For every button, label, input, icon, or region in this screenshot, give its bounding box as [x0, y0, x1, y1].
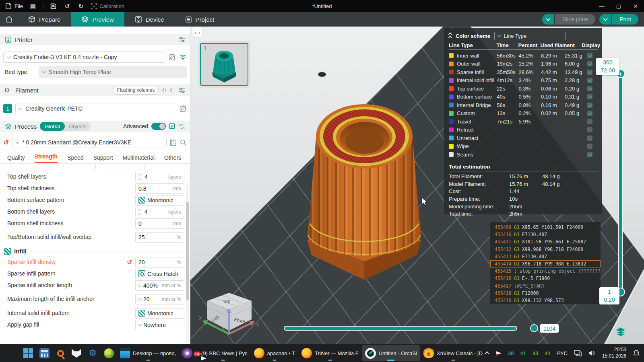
gcode-line[interactable]: 455415; stop printing object ?????????? …	[490, 267, 601, 275]
tab-project[interactable]: Project	[175, 12, 225, 27]
slice-dropdown-icon[interactable]	[542, 14, 554, 25]
tab-others[interactable]: Others	[164, 154, 181, 163]
bottom-shell-layers-input[interactable]: 4 layers	[135, 207, 184, 217]
tab-device[interactable]: Device	[124, 12, 175, 27]
display-checkbox[interactable]	[587, 144, 592, 149]
internal-solid-pattern-select[interactable]: Monotonic	[135, 308, 184, 319]
printer-preset-select[interactable]: Creality Ender-3 V3 KE 0.4 nozzle - Copy	[3, 51, 165, 63]
bed-type-select[interactable]: Smooth High Temp Plate	[39, 66, 187, 78]
redo-icon[interactable]: ↻	[77, 2, 85, 10]
tab-quality[interactable]: Quality	[7, 154, 25, 163]
home-button[interactable]	[0, 12, 18, 27]
save-preset-icon[interactable]	[170, 139, 177, 146]
sparse-infill-pattern-select[interactable]: Cross Hatch	[135, 269, 184, 279]
reset-param-icon[interactable]: ↺	[127, 259, 132, 266]
move-slider-handle[interactable]	[530, 324, 538, 332]
display-checkbox[interactable]	[587, 136, 592, 141]
tab-strength[interactable]: Strength	[35, 153, 58, 163]
display-checkbox[interactable]	[587, 61, 592, 66]
process-preset-select[interactable]: * 0.20mm Standard @Creality Ender3V3KE	[12, 137, 167, 148]
gear-app-icon[interactable]: ⚙	[85, 345, 101, 361]
display-checkbox[interactable]	[587, 152, 592, 157]
printed-model[interactable]	[306, 100, 429, 285]
clock[interactable]: 20:53 15.01.2026	[602, 347, 626, 359]
remove-filament-icon[interactable]: ⦅−	[170, 87, 175, 93]
language-indicator[interactable]: РУС	[557, 350, 568, 356]
move-slider[interactable]	[284, 326, 517, 331]
gcode-line[interactable]: 455419G1X98.132 Y98.573	[490, 297, 601, 304]
stepper-icon[interactable]	[138, 209, 142, 215]
bottom-shell-thickness-input[interactable]: 0 mm	[135, 218, 184, 229]
taskbar-window-orcaslicer[interactable]: Untitled - OrcaSl	[362, 345, 420, 361]
tab-speed[interactable]: Speed	[67, 154, 83, 163]
navigation-cube[interactable]: Top Left Front z y x	[198, 289, 262, 341]
network-icon[interactable]	[574, 350, 582, 356]
advanced-toggle[interactable]	[151, 123, 166, 130]
volume-icon[interactable]	[588, 350, 596, 356]
top-shell-layers-input[interactable]: 4 layers	[135, 172, 184, 182]
filament-preset-select[interactable]: Creality Generic PETG	[15, 103, 176, 114]
gcode-line[interactable]: 455418G1F12000	[490, 290, 601, 297]
display-checkbox[interactable]	[587, 86, 592, 91]
scope-objects[interactable]: Objects	[65, 123, 91, 130]
taskbar-window-apachan[interactable]: apachan • Т	[251, 345, 299, 361]
minimize-button[interactable]: —	[593, 0, 610, 12]
collapse-legend-icon[interactable]	[449, 33, 452, 39]
gcode-line[interactable]: 455409G1X95.65 Y101.591 F24000	[490, 224, 601, 231]
taskbar-window-bbc[interactable]: 24 (9) BBC News | Рус	[195, 345, 250, 361]
tab-multimaterial[interactable]: Multimaterial	[123, 154, 155, 163]
sparse-infill-density-input[interactable]: 20 %	[135, 257, 184, 267]
layer-slider[interactable]	[618, 71, 623, 295]
params-scrollbar[interactable]	[186, 182, 189, 342]
green-app-icon[interactable]	[101, 345, 117, 361]
top-shell-thickness-input[interactable]: 0.8 mm	[135, 183, 184, 194]
tab-preview[interactable]: Preview	[71, 12, 124, 27]
search-icon[interactable]	[180, 139, 187, 146]
edit-filament-icon[interactable]	[180, 105, 187, 112]
add-filament-icon[interactable]: ⦅+	[162, 87, 167, 93]
menu-icon[interactable]: ▤	[29, 2, 37, 10]
save-icon[interactable]	[50, 2, 57, 10]
tab-prepare[interactable]: Prepare	[18, 12, 71, 27]
display-checkbox[interactable]	[587, 70, 592, 75]
infill-anchor-max-select[interactable]: 20 mm or %	[135, 294, 184, 304]
gcode-line[interactable]: 455416G1E-.5 F1800	[490, 275, 601, 282]
reset-preset-icon[interactable]: ↺	[3, 138, 9, 147]
preview-viewport[interactable]: ‹ › 1 Color scheme Line Type	[190, 27, 644, 344]
gcode-line[interactable]: 455413G1F7130.407	[490, 253, 601, 260]
print-button[interactable]: Print	[599, 14, 638, 25]
printer-settings-icon[interactable]	[178, 37, 185, 43]
file-menu[interactable]: File	[5, 2, 23, 10]
slice-plate-button[interactable]: Slice plate	[542, 14, 596, 25]
gcode-line[interactable]: 455411G1X101.58 Y95.661 E.25087	[490, 238, 601, 245]
infill-anchor-length-select[interactable]: 400% mm or %	[135, 280, 184, 291]
gcode-line[interactable]: 455410G1F7130.407	[490, 231, 601, 238]
compare-presets-icon[interactable]: A↰↳B	[179, 123, 185, 130]
taskbar-window-tribler[interactable]: Tribler — Mozilla F	[298, 345, 362, 361]
stepper-icon[interactable]	[138, 174, 142, 180]
print-dropdown-icon[interactable]	[599, 14, 611, 25]
parameter-list-icon[interactable]	[169, 123, 175, 130]
search-app-icon[interactable]	[52, 345, 68, 361]
tor-app-icon[interactable]	[179, 345, 195, 361]
color-scheme-select[interactable]: Line Type	[494, 32, 566, 40]
edit-printer-icon[interactable]	[169, 53, 176, 61]
notification-bell-icon[interactable]: z	[633, 350, 640, 357]
display-checkbox[interactable]	[587, 127, 592, 132]
telegram-tray-icon[interactable]	[496, 351, 502, 355]
display-checkbox[interactable]	[587, 119, 592, 124]
process-scope-toggle[interactable]: Global Objects	[40, 122, 91, 131]
undo-icon[interactable]: ↺	[64, 2, 71, 10]
taskbar-window-xnview[interactable]: XnView Classic - [D	[420, 345, 486, 361]
display-checkbox[interactable]	[587, 53, 592, 58]
gcode-line-selected[interactable]: 455414G1X96.718 Y99.988 E.13832	[490, 260, 601, 267]
scope-global[interactable]: Global	[40, 122, 65, 131]
display-checkbox[interactable]	[587, 94, 592, 99]
display-checkbox[interactable]	[587, 103, 592, 108]
gcode-viewer[interactable]: 455409G1X95.65 Y101.591 F24000 455410G1F…	[490, 222, 601, 304]
display-checkbox[interactable]	[587, 111, 592, 116]
gcode-line[interactable]: 455412G1X99.988 Y96.718 F24000	[490, 246, 601, 253]
taskbar-window-desktop[interactable]: Desktop — прово,	[117, 345, 179, 361]
display-checkbox[interactable]	[587, 78, 592, 83]
collapse-panel-button[interactable]: ‹ ›	[192, 27, 202, 37]
